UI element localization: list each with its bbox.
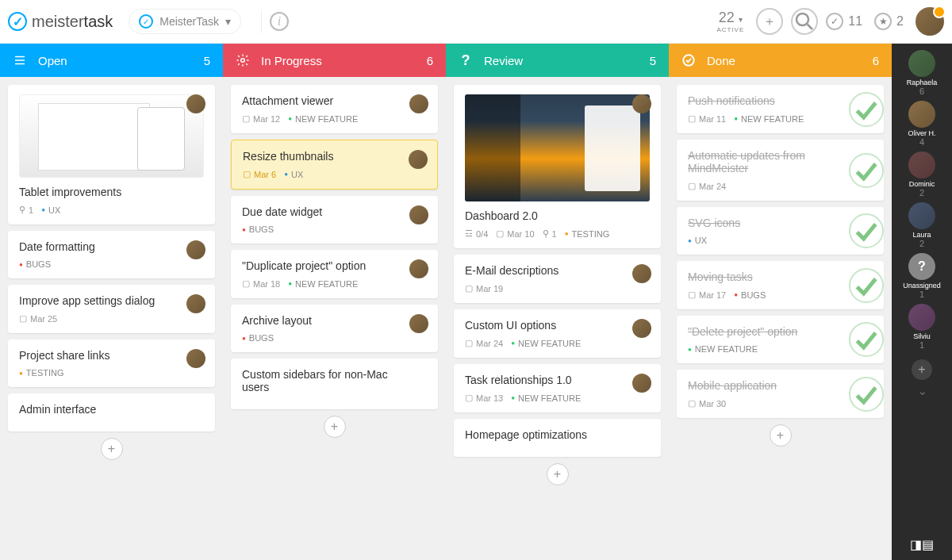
attachment-count: ⚲ 1 bbox=[19, 205, 33, 215]
calendar-icon: ▢ bbox=[19, 313, 27, 324]
expand-icon[interactable]: ⌄ bbox=[917, 383, 927, 398]
column-header[interactable]: Done 6 bbox=[669, 44, 892, 77]
card-image bbox=[19, 94, 204, 178]
user-avatar[interactable] bbox=[916, 7, 944, 36]
card-meta: ▢ Mar 12NEW FEATURE bbox=[242, 113, 427, 124]
sidebar-user[interactable]: Silviu 1 bbox=[908, 304, 935, 350]
task-card[interactable]: Archive layoutBUGS bbox=[231, 305, 438, 352]
card-meta: ▢ Mar 18NEW FEATURE bbox=[242, 278, 427, 289]
add-card-button[interactable]: + bbox=[101, 438, 123, 460]
due-date: ▢ Mar 19 bbox=[465, 283, 503, 293]
task-card[interactable]: Custom sidebars for non-Mac users bbox=[231, 359, 438, 409]
active-tasks-count[interactable]: 22 ▾ ACTIVE bbox=[716, 10, 744, 33]
task-card[interactable]: E-Mail descriptions▢ Mar 19 bbox=[454, 255, 661, 303]
task-card[interactable]: Admin interface bbox=[8, 393, 215, 432]
task-card[interactable]: Project share linksTESTING bbox=[8, 339, 215, 387]
column-title: Review bbox=[484, 54, 523, 67]
tag: TESTING bbox=[19, 368, 64, 378]
card-title: Automatic updates from MindMeister bbox=[688, 149, 840, 175]
assignee-avatar[interactable] bbox=[632, 319, 651, 338]
card-meta: BUGS bbox=[19, 259, 204, 269]
add-card-button[interactable]: + bbox=[547, 463, 569, 485]
assignee-avatar[interactable] bbox=[186, 294, 205, 313]
task-card[interactable]: Attachment viewer▢ Mar 12NEW FEATURE bbox=[231, 85, 438, 133]
logo-check-icon: ✓ bbox=[8, 12, 27, 31]
task-card[interactable]: Tablet improvements⚲ 1UX bbox=[8, 85, 215, 224]
task-card[interactable]: Improve app settings dialog▢ Mar 25 bbox=[8, 285, 215, 333]
assignee-avatar[interactable] bbox=[186, 240, 205, 259]
task-card[interactable]: SVG iconsUX bbox=[677, 207, 884, 255]
user-name: Oliver H. bbox=[908, 129, 935, 137]
card-title: Attachment viewer bbox=[242, 94, 427, 107]
due-date: ▢ Mar 24 bbox=[465, 338, 503, 348]
assignee-avatar[interactable] bbox=[409, 259, 428, 278]
task-card[interactable]: Resize thumbnails▢ Mar 6UX bbox=[231, 140, 438, 190]
card-title: Resize thumbnails bbox=[243, 150, 426, 163]
done-check-icon bbox=[849, 92, 884, 127]
task-card[interactable]: Date formattingBUGS bbox=[8, 231, 215, 278]
task-card[interactable]: Mobile application▢ Mar 30 bbox=[677, 370, 884, 418]
card-title: Moving tasks bbox=[688, 270, 840, 283]
calendar-icon: ▢ bbox=[242, 278, 250, 289]
assignee-avatar[interactable] bbox=[409, 205, 428, 224]
task-card[interactable]: Moving tasks▢ Mar 17BUGS bbox=[677, 261, 884, 309]
column-title: Open bbox=[38, 54, 67, 67]
task-card[interactable]: "Duplicate project" option▢ Mar 18NEW FE… bbox=[231, 250, 438, 298]
assignee-avatar[interactable] bbox=[409, 94, 428, 113]
tag: UX bbox=[688, 236, 707, 245]
task-card[interactable]: Automatic updates from MindMeister▢ Mar … bbox=[677, 140, 884, 201]
card-title: Archive layout bbox=[242, 314, 427, 327]
column-done: Done 6 Push notifications▢ Mar 11NEW FEA… bbox=[669, 44, 892, 560]
add-button[interactable]: ＋ bbox=[756, 8, 783, 35]
sidebar-toggle-icon[interactable]: ◨▤ bbox=[910, 537, 934, 552]
task-card[interactable]: Custom UI options▢ Mar 24NEW FEATURE bbox=[454, 309, 661, 358]
sidebar-user[interactable]: Laura 2 bbox=[908, 202, 935, 248]
question-icon: ? bbox=[459, 53, 473, 67]
add-user-button[interactable]: + bbox=[912, 359, 932, 380]
svg-point-5 bbox=[241, 59, 245, 63]
card-meta: ▢ Mar 17BUGS bbox=[688, 290, 840, 300]
calendar-icon: ▢ bbox=[465, 393, 473, 403]
check-icon: ✓ bbox=[139, 14, 153, 29]
sidebar-user[interactable]: Dominic 2 bbox=[908, 152, 935, 198]
column-header[interactable]: Open 5 bbox=[0, 44, 223, 77]
user-avatar bbox=[908, 50, 935, 77]
column-header[interactable]: ? Review 5 bbox=[446, 44, 669, 77]
assignee-avatar[interactable] bbox=[632, 264, 651, 283]
assignee-avatar[interactable] bbox=[409, 314, 428, 333]
card-meta: ▢ Mar 6UX bbox=[243, 169, 426, 179]
info-button[interactable]: i bbox=[270, 12, 289, 31]
star-stat[interactable]: ★ 2 bbox=[874, 13, 904, 30]
column-header[interactable]: In Progress 6 bbox=[223, 44, 446, 77]
search-button[interactable] bbox=[791, 8, 818, 35]
sidebar-user[interactable]: Raphaela 6 bbox=[907, 50, 938, 96]
task-card[interactable]: Due date widgetBUGS bbox=[231, 196, 438, 244]
task-card[interactable]: "Delete project" optionNEW FEATURE bbox=[677, 316, 884, 363]
task-card[interactable]: Dashboard 2.0☲ 0/4▢ Mar 10⚲ 1TESTING bbox=[454, 85, 661, 248]
tag: BUGS bbox=[734, 290, 766, 300]
add-card-button[interactable]: + bbox=[770, 424, 792, 447]
task-card[interactable]: Task relationships 1.0▢ Mar 13NEW FEATUR… bbox=[454, 364, 661, 412]
done-stat[interactable]: ✓ 11 bbox=[826, 13, 862, 30]
due-date: ▢ Mar 18 bbox=[242, 278, 280, 289]
project-switcher[interactable]: ✓ MeisterTask ▾ bbox=[129, 9, 241, 34]
assignee-avatar[interactable] bbox=[632, 374, 651, 393]
logo[interactable]: ✓ meistertask bbox=[8, 12, 113, 31]
card-meta: ▢ Mar 30 bbox=[688, 398, 840, 408]
assignee-avatar[interactable] bbox=[186, 349, 205, 368]
tag: NEW FEATURE bbox=[288, 279, 358, 289]
task-card[interactable]: Push notifications▢ Mar 11NEW FEATURE bbox=[677, 85, 884, 133]
task-card[interactable]: Homepage optimizations bbox=[454, 419, 661, 457]
assignee-avatar[interactable] bbox=[186, 94, 205, 113]
assignee-avatar[interactable] bbox=[632, 94, 651, 113]
calendar-icon: ▢ bbox=[688, 398, 696, 408]
calendar-icon: ▢ bbox=[688, 181, 696, 191]
tag: UX bbox=[41, 205, 60, 215]
add-card-button[interactable]: + bbox=[324, 416, 346, 438]
checklist-icon: ☲ bbox=[465, 228, 473, 239]
sidebar-user[interactable]: Oliver H. 4 bbox=[908, 101, 935, 147]
sidebar-user[interactable]: ? Unassigned 1 bbox=[903, 253, 941, 299]
tag: BUGS bbox=[242, 333, 274, 343]
assignee-avatar[interactable] bbox=[409, 150, 428, 169]
card-title: Mobile application bbox=[688, 379, 840, 392]
